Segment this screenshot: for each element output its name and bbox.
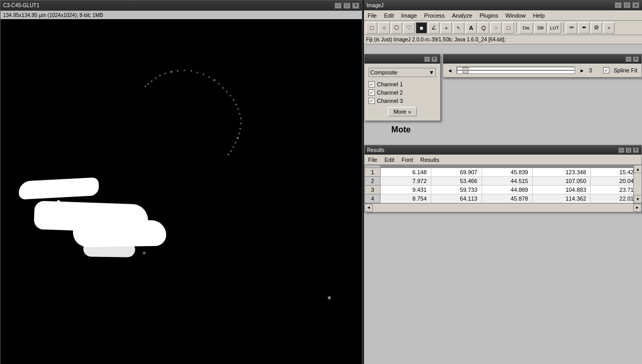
ij-title-text: ImageJ (367, 3, 384, 8)
tool-settings[interactable]: ⚙ (591, 22, 602, 34)
results-close-button[interactable]: ✕ (633, 147, 639, 153)
svg-point-26 (237, 137, 239, 139)
image-info-text: 134.95x134.95 µm (1024x1024); 8-bit; 1MB (3, 12, 103, 18)
image-minimize-button[interactable]: − (334, 3, 342, 9)
slider-title-bar: − ✕ (443, 54, 641, 64)
tool-dw[interactable]: Dw (519, 22, 533, 34)
tool-magnifier[interactable]: Q (478, 22, 489, 34)
channel-1-checkbox[interactable]: ✓ (369, 81, 375, 87)
tool-rect2[interactable]: □ (503, 22, 514, 34)
menu-analyze[interactable]: Analyze (450, 12, 474, 19)
svg-point-5 (165, 73, 166, 74)
row-3-c3: 44.889 (482, 186, 533, 194)
svg-point-24 (240, 128, 241, 130)
menu-file[interactable]: File (366, 12, 378, 19)
tool-polygon[interactable]: ⬡ (391, 22, 402, 34)
ij-close-button[interactable]: ✕ (632, 2, 639, 8)
svg-point-3 (155, 78, 157, 79)
tool-lut[interactable]: LUT (548, 22, 561, 34)
tool-fill[interactable]: ■ (416, 22, 427, 34)
image-title-bar: C3-C45-GLUT1 − □ ✕ (1, 1, 362, 11)
scroll-left-arrow[interactable]: ◄ (364, 204, 373, 212)
results-menu-results[interactable]: Results (419, 156, 441, 163)
svg-point-14 (218, 83, 220, 85)
scroll-right-arrow[interactable]: ► (633, 204, 641, 212)
table-row: 1 6.148 69.907 45.839 123.348 15.423 (365, 168, 641, 177)
slider-track[interactable] (457, 67, 575, 74)
results-window-controls: − □ ✕ (618, 147, 639, 153)
svg-point-32 (328, 296, 331, 299)
tool-point[interactable]: + (441, 22, 452, 34)
results-menu-edit[interactable]: Edit (383, 156, 396, 163)
tool-text[interactable]: A (465, 22, 477, 34)
menu-edit[interactable]: Edit (383, 12, 396, 19)
results-container: 1 6.148 69.907 45.839 123.348 15.423 2 7… (364, 165, 641, 203)
channel-2-item: ✓ Channel 2 (369, 89, 436, 96)
tool-stk[interactable]: Stk (534, 22, 547, 34)
slider-close-button[interactable]: ✕ (633, 56, 639, 62)
row-2-c1: 7.972 (381, 177, 431, 186)
menu-plugins[interactable]: Plugins (478, 12, 500, 19)
row-4-index: 4 (365, 194, 381, 203)
row-4-c3: 45.878 (482, 194, 533, 203)
ij-maximize-button[interactable]: □ (623, 2, 631, 8)
channel-1-label: Channel 1 (377, 81, 403, 87)
svg-point-21 (239, 113, 241, 115)
spline-fit-checkbox[interactable]: ✓ (603, 67, 609, 73)
results-minimize-button[interactable]: − (618, 147, 624, 153)
row-4-c1: 8.754 (381, 194, 431, 203)
slider-value: 3 (589, 67, 599, 73)
channel-3-checkbox[interactable]: ✓ (369, 98, 375, 104)
tool-more[interactable]: » (603, 22, 615, 34)
tool-pencil[interactable]: ✏ (566, 22, 577, 34)
menu-process[interactable]: Process (422, 12, 446, 19)
slider-minimize-button[interactable]: − (625, 56, 632, 62)
tool-rectangle[interactable]: □ (366, 22, 377, 34)
slider-left-arrow[interactable]: ◄ (447, 68, 453, 73)
row-1-c3: 45.839 (482, 168, 533, 177)
tool-oval[interactable]: ○ (378, 22, 390, 34)
svg-point-28 (233, 146, 235, 148)
svg-point-23 (240, 123, 242, 125)
tool-angle[interactable]: ∠ (428, 22, 440, 34)
image-window: C3-C45-GLUT1 − □ ✕ 134.95x134.95 µm (102… (0, 0, 362, 364)
ij-minimize-button[interactable]: − (615, 2, 622, 8)
tool-wand[interactable]: ↖ (453, 22, 464, 34)
svg-point-22 (240, 118, 242, 119)
channels-content: Composite ▼ ✓ Channel 1 ✓ Channel 2 ✓ Ch… (364, 64, 440, 120)
channels-dropdown[interactable]: Composite ▼ (369, 68, 436, 77)
svg-point-17 (230, 95, 231, 97)
svg-point-16 (226, 91, 228, 93)
channel-3-label: Channel 3 (377, 98, 403, 104)
channel-2-checkbox[interactable]: ✓ (369, 89, 375, 96)
toolbar-separator-1 (516, 23, 517, 33)
tool-hand[interactable]: ☞ (490, 22, 502, 34)
slider-right-arrow[interactable]: ► (579, 68, 585, 73)
channels-close-button[interactable]: ✕ (431, 56, 437, 62)
tool-paintbrush[interactable]: ✒ (578, 22, 590, 34)
results-scrollbar-vertical[interactable]: ▲ ▼ (633, 165, 641, 203)
results-maximize-button[interactable]: □ (625, 147, 632, 153)
channel-3-item: ✓ Channel 3 (369, 98, 436, 104)
svg-point-6 (170, 71, 172, 73)
svg-point-20 (238, 109, 239, 110)
menu-help[interactable]: Help (531, 12, 546, 19)
menu-window[interactable]: Window (504, 12, 527, 19)
scroll-horizontal-track (373, 204, 633, 212)
scroll-down-arrow[interactable]: ▼ (634, 195, 641, 203)
scroll-up-arrow[interactable]: ▲ (634, 165, 641, 173)
results-scrollbar-horizontal[interactable]: ◄ ► (364, 203, 641, 211)
more-button[interactable]: More » (388, 107, 417, 116)
image-close-button[interactable]: ✕ (352, 3, 359, 9)
results-menu-font[interactable]: Font (400, 156, 415, 163)
svg-point-1 (148, 83, 149, 85)
ij-menu-bar: File Edit Image Process Analyze Plugins … (364, 10, 642, 21)
row-1-c4: 123.348 (533, 168, 591, 177)
image-maximize-button[interactable]: □ (343, 3, 351, 9)
svg-point-27 (235, 142, 237, 144)
menu-image[interactable]: Image (400, 12, 419, 19)
ij-toolbar: □ ○ ⬡ ♡ ■ ∠ + ↖ A Q ☞ □ Dw Stk LUT ✏ ✒ ⚙… (364, 21, 642, 35)
tool-freehand[interactable]: ♡ (403, 22, 415, 34)
results-menu-file[interactable]: File (367, 156, 379, 163)
channels-minimize-button[interactable]: − (424, 56, 430, 62)
